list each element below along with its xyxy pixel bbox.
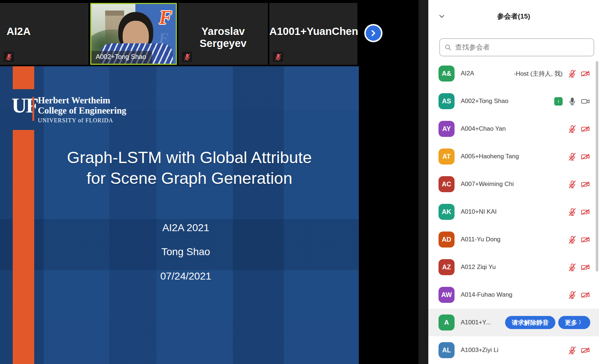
slide-title-line2: for Scene Graph Generation	[33, 168, 346, 189]
mic-on-icon	[568, 97, 577, 106]
tile-name-label: A1001+YuanChen	[269, 25, 357, 37]
participant-name: A010+NI KAI	[461, 208, 497, 215]
participant-status-icons	[568, 263, 590, 272]
participants-list: A& AI2A -Host (主持人, 我) AS A002+Tong Shao…	[428, 60, 599, 364]
participants-header: 参会者(15)	[428, 0, 599, 33]
participant-initials: AT	[443, 153, 451, 161]
participant-avatar: AK	[439, 204, 455, 220]
slide-event: AI2A 2021	[25, 222, 346, 234]
participant-initials: AS	[442, 98, 451, 105]
participant-row[interactable]: AC A007+Weiming Chi	[428, 170, 599, 198]
participant-initials: AC	[442, 181, 451, 188]
video-off-icon	[580, 263, 590, 272]
logo-college-line2: College of Engineering	[38, 106, 126, 116]
search-participants-input[interactable]	[455, 43, 589, 52]
participant-row[interactable]: AD A011-Yu Dong	[428, 226, 599, 253]
mic-muted-icon	[568, 180, 577, 189]
next-videos-button[interactable]	[364, 24, 382, 42]
participant-initials: AD	[442, 236, 451, 244]
slide-date: 07/24/2021	[25, 270, 346, 282]
muted-mic-icon	[273, 52, 283, 62]
participant-row[interactable]: A A1001+Y... 请求解除静音更多〉	[428, 309, 599, 336]
participant-tile-ai2a[interactable]: AI2A	[0, 3, 88, 65]
participant-status-icons	[568, 346, 590, 355]
panel-edge-shadow	[418, 0, 428, 364]
participant-avatar: AT	[439, 149, 455, 165]
participant-name: A1003+Ziyi Li	[461, 347, 498, 354]
mic-muted-icon	[568, 346, 577, 355]
row-actions: 请求解除静音更多〉	[505, 316, 590, 329]
participant-row[interactable]: AY A004+Chao Yan	[428, 115, 599, 143]
uf-logo-divider	[32, 97, 34, 121]
participant-avatar: AW	[439, 287, 455, 303]
participant-row[interactable]: A& AI2A -Host (主持人, 我)	[428, 60, 599, 87]
participant-status-icons	[568, 69, 590, 78]
search-box	[439, 38, 594, 56]
participant-row[interactable]: AW A014-Fuhao Wang	[428, 281, 599, 309]
video-off-icon	[580, 346, 590, 355]
mic-muted-icon	[568, 207, 577, 217]
mic-muted-icon	[568, 152, 577, 161]
mic-muted-icon	[568, 235, 577, 244]
participant-avatar: A	[439, 314, 455, 331]
participant-status-icons	[568, 290, 590, 300]
ask-to-unmute-button[interactable]: 请求解除静音	[505, 316, 555, 329]
logo-college-line1: Herbert Wertheim	[38, 95, 110, 106]
muted-mic-icon	[182, 52, 192, 62]
slide-title: Graph-LSTM with Global Attribute for Sce…	[33, 147, 346, 189]
screen-share-indicator: ↑	[554, 97, 563, 106]
chevron-right-icon: 〉	[579, 319, 584, 326]
chevron-right-icon	[369, 28, 378, 38]
mic-muted-icon	[568, 290, 577, 300]
slide-title-line1: Graph-LSTM with Global Attribute	[33, 147, 346, 168]
participants-panel: 参会者(15) A& AI2A -Host (主持人, 我) AS	[428, 0, 599, 364]
participant-name: A011-Yu Dong	[461, 236, 500, 243]
button-label: 更多	[565, 318, 577, 327]
participant-role: -Host (主持人, 我)	[514, 70, 563, 78]
participant-row[interactable]: AZ A012 Ziqi Yu	[428, 253, 599, 281]
participant-row[interactable]: AL A1003+Ziyi Li	[428, 336, 599, 364]
mic-muted-icon	[568, 263, 577, 272]
participant-initials: AZ	[442, 264, 451, 271]
participant-initials: AK	[442, 208, 451, 216]
search-icon	[444, 44, 452, 51]
participant-avatar: AY	[439, 121, 455, 137]
participant-row[interactable]: AK A010+NI KAI	[428, 198, 599, 226]
orange-accent-bar-top	[13, 66, 34, 89]
participant-tile-video-tong-shao[interactable]: F F A002+Tong Shao	[90, 3, 177, 65]
video-off-icon	[580, 152, 590, 161]
participant-status-icons	[568, 207, 590, 217]
participant-initials: A	[444, 319, 449, 327]
mic-muted-icon	[568, 124, 577, 134]
participant-avatar: AL	[439, 342, 455, 358]
participant-name: A014-Fuhao Wang	[461, 291, 512, 298]
scrollbar-thumb[interactable]	[596, 61, 598, 272]
participant-tile-yuanchen[interactable]: A1001+YuanChen	[269, 3, 357, 65]
participant-initials: AL	[442, 347, 451, 354]
participant-status-icons	[568, 235, 590, 244]
video-on-icon	[580, 97, 590, 106]
participant-name: A007+Weiming Chi	[461, 181, 514, 188]
video-off-icon	[580, 124, 590, 134]
participant-avatar: AC	[439, 176, 455, 192]
participant-name: A004+Chao Yan	[461, 125, 506, 132]
tile-name-label: AI2A	[7, 25, 31, 37]
participant-avatar: AS	[439, 93, 455, 109]
tile-name-label: Yaroslav Sergeyev	[178, 25, 268, 50]
participant-initials: AW	[441, 291, 452, 299]
participant-row[interactable]: AT A005+Haoheng Tang	[428, 143, 599, 170]
participant-name: AI2A	[461, 70, 474, 77]
participant-avatar: AD	[439, 232, 455, 248]
participant-avatar: AZ	[439, 259, 455, 275]
video-off-icon	[580, 207, 590, 217]
participant-row[interactable]: AS A002+Tong Shao ↑	[428, 87, 599, 115]
video-area: AI2A F F A002+Tong Shao Yaroslav Sergeye…	[0, 0, 428, 364]
button-label: 请求解除静音	[512, 318, 549, 327]
zoom-meeting-window: AI2A F F A002+Tong Shao Yaroslav Sergeye…	[0, 0, 599, 364]
participant-initials: AY	[442, 125, 451, 133]
more-button[interactable]: 更多〉	[558, 316, 590, 329]
video-off-icon	[580, 69, 590, 78]
participants-title: 参会者(15)	[428, 12, 599, 21]
video-off-icon	[580, 180, 590, 189]
participant-tile-yaroslav[interactable]: Yaroslav Sergeyev	[178, 3, 268, 65]
